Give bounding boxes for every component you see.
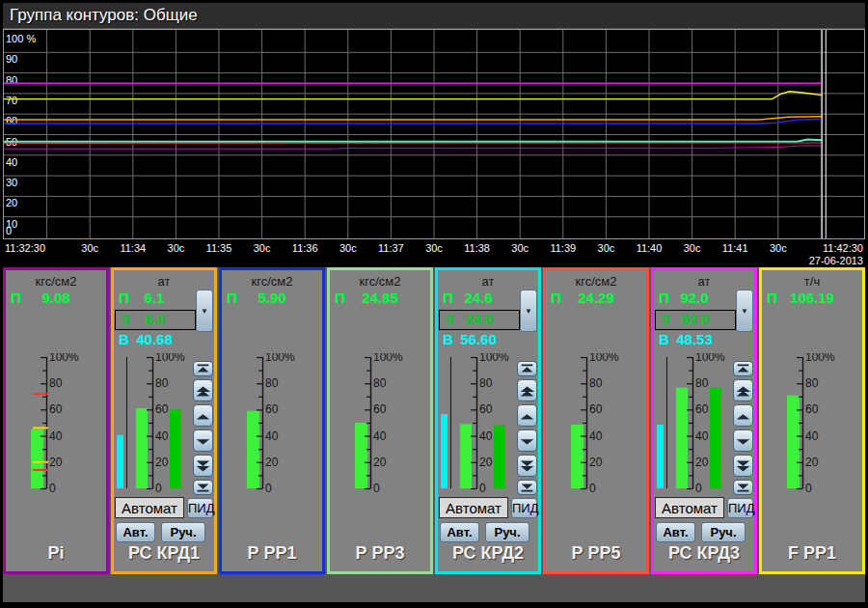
unit-label: ат	[114, 274, 214, 289]
loop-name: Р РР3	[330, 543, 430, 564]
x-axis-label: 30с	[339, 242, 357, 254]
setpoint-value: 24.0	[440, 311, 519, 328]
spin-up-button[interactable]	[193, 404, 213, 427]
x-axis-label: 11:37	[378, 242, 404, 254]
unit-label: т/ч	[762, 274, 862, 289]
spin-top-button[interactable]	[733, 361, 753, 376]
panel-rs-krd1: ат П 6.1 З 6.0 В 40.68 ▼ 100%806040200 А…	[111, 267, 217, 574]
process-bar	[355, 423, 367, 488]
gauge-tick-label: 0	[589, 482, 596, 495]
spin-bottom-button[interactable]	[517, 480, 537, 495]
pid-button[interactable]: ПИД	[187, 498, 213, 518]
spin-fast-up-button[interactable]	[517, 379, 537, 401]
gauge-tick-label: 20	[695, 456, 709, 469]
spin-top-button[interactable]	[517, 361, 537, 376]
spin-fast-down-button[interactable]	[517, 455, 537, 477]
gauge-tick-label: 0	[49, 482, 56, 495]
output-value: 40.68	[114, 331, 195, 348]
x-axis-label: 30с	[598, 242, 615, 254]
spin-fast-down-button[interactable]	[733, 455, 753, 477]
output-row: В 48.53	[654, 331, 735, 348]
setpoint-dropdown-button[interactable]: ▼	[520, 290, 537, 332]
chevron-down-icon: ▼	[201, 307, 208, 316]
loop-name: Р РР5	[546, 543, 646, 564]
x-axis-label: 30с	[168, 242, 185, 254]
spin-bottom-button[interactable]	[733, 480, 753, 495]
gauge-tick-label: 20	[49, 456, 63, 469]
setpoint-dropdown-button[interactable]: ▼	[736, 290, 753, 332]
process-value-row: П 92.0	[654, 290, 735, 307]
bar-gauge: 100%806040200	[546, 353, 646, 498]
setpoint-row[interactable]: З 6.0	[115, 310, 196, 330]
spin-down-button[interactable]	[733, 429, 753, 452]
y-axis-label: 0	[6, 225, 12, 236]
process-value: 24.29	[546, 290, 646, 307]
spin-fast-down-icon	[734, 460, 752, 472]
auto-mode-button[interactable]: Авт.	[440, 522, 479, 542]
pid-button[interactable]: ПИД	[511, 498, 537, 518]
manual-mode-button[interactable]: Руч.	[485, 522, 529, 542]
auto-mode-button[interactable]: Авт.	[116, 522, 155, 542]
x-axis-label: 11:36	[292, 242, 318, 254]
process-bar	[31, 429, 43, 488]
gauge-tick-label: 60	[265, 402, 279, 416]
gauge-tick-label: 80	[805, 376, 819, 390]
setpoint-row[interactable]: З 92.0	[655, 310, 736, 330]
process-value-row: П 5.90	[222, 290, 322, 307]
process-value: 9.08	[6, 290, 106, 307]
setpoint-dropdown-button[interactable]: ▼	[196, 290, 213, 332]
automat-button[interactable]: Автомат	[115, 497, 184, 518]
spin-fast-up-button[interactable]	[733, 379, 753, 401]
manual-mode-button[interactable]: Руч.	[161, 522, 205, 542]
spin-top-button[interactable]	[193, 361, 213, 376]
setpoint-bar	[170, 409, 181, 488]
setpoint-row[interactable]: З 24.0	[439, 310, 520, 330]
x-axis-label: 30с	[425, 242, 443, 254]
y-axis-label: 20	[6, 197, 17, 208]
spin-fast-up-icon	[518, 385, 536, 397]
loop-name: Р РР1	[222, 543, 322, 564]
unit-label: кгс/см2	[222, 274, 322, 289]
main-window: Группа контуров: Общие 100 %908070605040…	[3, 3, 865, 602]
mode-row-1: Автомат ПИД	[115, 497, 213, 520]
spin-down-button[interactable]	[517, 429, 537, 452]
spin-down-button[interactable]	[193, 429, 213, 452]
process-value-row: П 24.6	[438, 290, 519, 307]
spin-fast-up-button[interactable]	[193, 379, 213, 401]
automat-button[interactable]: Автомат	[655, 497, 724, 518]
spin-fast-down-button[interactable]	[193, 455, 213, 477]
unit-label: ат	[438, 274, 538, 289]
pid-button[interactable]: ПИД	[727, 498, 753, 518]
loop-panels-row: кгс/см2 П 9.08 100%806040200 Pi ат П 6.1…	[3, 267, 865, 574]
output-row: В 56.60	[438, 331, 519, 348]
spin-top-icon	[734, 363, 752, 374]
automat-button[interactable]: Автомат	[439, 497, 508, 518]
spin-bottom-icon	[194, 482, 212, 493]
spin-up-button[interactable]	[733, 404, 753, 427]
panel-pi: кгс/см2 П 9.08 100%806040200 Pi	[3, 267, 109, 574]
gauge-tick-label: 40	[155, 429, 169, 443]
manual-mode-button[interactable]: Руч.	[701, 522, 746, 542]
auto-mode-button[interactable]: Авт.	[656, 522, 695, 542]
unit-label: кгс/см2	[6, 274, 106, 289]
process-value: 5.90	[222, 290, 322, 307]
y-axis-label: 30	[6, 177, 17, 188]
output-value: 48.53	[654, 331, 735, 348]
loop-name: РС КРД3	[654, 543, 754, 564]
loop-name: F РР1	[762, 543, 862, 564]
gauge-tick-label: 20	[805, 456, 819, 469]
output-bar	[657, 425, 664, 488]
bar-gauge: 100%806040200	[762, 353, 862, 498]
mode-row-1: Автомат ПИД	[655, 497, 753, 520]
panel-rs-krd3: ат П 92.0 З 92.0 В 48.53 ▼ 100%806040200…	[651, 267, 757, 574]
gauge-tick-label: 100%	[49, 353, 79, 364]
gauge-tick-label: 0	[805, 482, 812, 495]
gauge-tick-label: 0	[479, 482, 486, 495]
gauge-tick-label: 80	[373, 376, 387, 390]
spin-bottom-button[interactable]	[193, 480, 213, 495]
mode-row-2: Авт. Руч.	[115, 521, 213, 544]
spin-up-button[interactable]	[517, 404, 537, 427]
process-value: 92.0	[654, 290, 735, 307]
spin-fast-down-icon	[194, 460, 212, 472]
chevron-down-icon: ▼	[741, 307, 748, 316]
